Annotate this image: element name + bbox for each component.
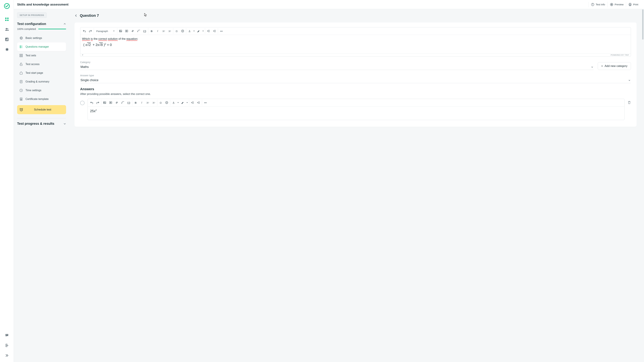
nav-label: Time settings	[26, 89, 42, 92]
test-info-button[interactable]: Test info	[588, 2, 608, 7]
nav-test-access[interactable]: Test access	[17, 60, 66, 68]
setup-badge: SETUP IN PROGRESS	[17, 12, 46, 18]
expand-icon[interactable]	[64, 122, 66, 125]
svg-rect-4	[7, 20, 8, 21]
nav-basic-settings[interactable]: Basic settings	[17, 34, 66, 42]
image-button[interactable]	[118, 28, 124, 34]
nav-label: Questions manager	[26, 45, 49, 48]
delete-answer-button[interactable]	[628, 101, 631, 104]
italic-button[interactable]: I	[155, 28, 161, 34]
indent-button[interactable]	[212, 28, 218, 34]
editor-powered: POWERED BY TINY	[611, 54, 629, 56]
image-button[interactable]	[102, 100, 108, 106]
answer-type-select[interactable]: Single choice	[80, 78, 631, 83]
text-color-button[interactable]: A	[186, 28, 192, 34]
paragraph-select[interactable]: Paragraph	[94, 28, 117, 34]
editor-content[interactable]: Which is the correct solution of the equ…	[80, 35, 631, 53]
text-color-button[interactable]: A	[170, 100, 176, 106]
redo-button[interactable]	[88, 28, 94, 34]
answer-editor: {;} B I X2 X2 Ω	[88, 99, 624, 120]
undo-button[interactable]	[81, 28, 88, 34]
rail-stats-icon[interactable]	[3, 36, 10, 43]
preview-label: Preview	[615, 3, 624, 6]
svg-point-5	[6, 28, 7, 29]
rail-dashboard-icon[interactable]	[3, 16, 10, 23]
svg-rect-31	[22, 56, 22, 57]
schedule-label: Schedule test	[22, 108, 64, 111]
nav-label: Grading & summary	[26, 80, 49, 83]
outdent-button[interactable]	[206, 28, 212, 34]
emoji-button[interactable]	[180, 28, 186, 34]
color-dropdown[interactable]	[192, 28, 196, 34]
emoji-button[interactable]	[164, 100, 170, 106]
nav-start-page[interactable]: Test start page	[17, 68, 66, 77]
nav-time-settings[interactable]: Time settings	[17, 86, 66, 95]
highlight-dropdown[interactable]	[186, 100, 189, 106]
clock-icon	[19, 88, 23, 92]
results-section-title: Test progress & results	[17, 122, 54, 126]
subscript-button[interactable]: X2	[145, 100, 151, 106]
chevron-down-icon	[628, 79, 630, 82]
rail-people-icon[interactable]	[3, 26, 10, 33]
rail-logout-icon[interactable]	[3, 342, 10, 349]
superscript-button[interactable]: X2	[167, 28, 173, 34]
link-button[interactable]	[114, 100, 120, 106]
indent-button[interactable]	[196, 100, 202, 106]
svg-point-24	[20, 46, 21, 47]
equation-button[interactable]	[120, 100, 126, 106]
video-button[interactable]	[108, 100, 114, 106]
bold-button[interactable]: B	[133, 100, 139, 106]
add-category-button[interactable]: + Add new category	[598, 62, 631, 70]
rail-help-icon[interactable]: ?	[3, 332, 10, 339]
svg-rect-30	[20, 56, 21, 57]
more-button[interactable]: •••	[218, 28, 224, 34]
nav-certificate[interactable]: Certificate template	[17, 95, 66, 104]
preview-button[interactable]: Preview	[608, 2, 626, 7]
undo-button[interactable]	[89, 100, 95, 106]
svg-rect-8	[6, 40, 6, 40]
schedule-test-button[interactable]: Schedule test	[17, 105, 66, 114]
svg-point-59	[166, 102, 166, 102]
svg-point-6	[7, 28, 8, 29]
answer-radio[interactable]	[80, 101, 84, 105]
subscript-button[interactable]: X2	[161, 28, 167, 34]
svg-rect-20	[630, 5, 631, 6]
equation-button[interactable]	[136, 28, 142, 34]
lock-icon	[19, 62, 23, 66]
special-char-button[interactable]: Ω	[158, 100, 164, 106]
more-button[interactable]: •••	[202, 100, 208, 106]
plus-icon: +	[601, 64, 603, 68]
highlight-button[interactable]	[196, 28, 202, 34]
print-label: Print	[633, 3, 638, 6]
italic-button[interactable]: I	[139, 100, 145, 106]
answer-content[interactable]: 25x2	[88, 106, 624, 120]
video-button[interactable]	[124, 28, 130, 34]
back-button[interactable]	[74, 14, 78, 17]
app-logo	[4, 3, 10, 9]
superscript-button[interactable]: X2	[151, 100, 157, 106]
rail-settings-icon[interactable]	[3, 46, 10, 53]
highlight-button[interactable]	[180, 100, 186, 106]
redo-button[interactable]	[95, 100, 101, 106]
rail-expand-icon[interactable]	[3, 352, 10, 359]
svg-rect-1	[5, 18, 6, 19]
nav-questions-manager[interactable]: Questions manager	[17, 42, 66, 51]
nav-label: Basic settings	[26, 36, 42, 40]
code-button[interactable]: {;}	[126, 100, 132, 106]
highlight-dropdown[interactable]	[202, 28, 204, 34]
outdent-button[interactable]	[190, 100, 196, 106]
collapse-icon[interactable]	[64, 23, 66, 25]
bold-button[interactable]: B	[148, 28, 155, 34]
nav-test-sets[interactable]: Test sets	[17, 51, 66, 60]
print-button[interactable]: Print	[626, 2, 641, 7]
code-button[interactable]: {;}	[142, 28, 148, 34]
nav-grading[interactable]: Grading & summary	[17, 77, 66, 86]
nav-label: Test access	[26, 63, 40, 66]
special-char-button[interactable]: Ω	[174, 28, 180, 34]
color-dropdown[interactable]	[176, 100, 180, 106]
scrollbar[interactable]	[642, 9, 644, 362]
link-button[interactable]	[130, 28, 136, 34]
app-rail: ?	[0, 0, 14, 362]
category-select[interactable]: Maths	[80, 64, 594, 70]
page-title: Skills and knowledge assessment	[17, 3, 588, 6]
